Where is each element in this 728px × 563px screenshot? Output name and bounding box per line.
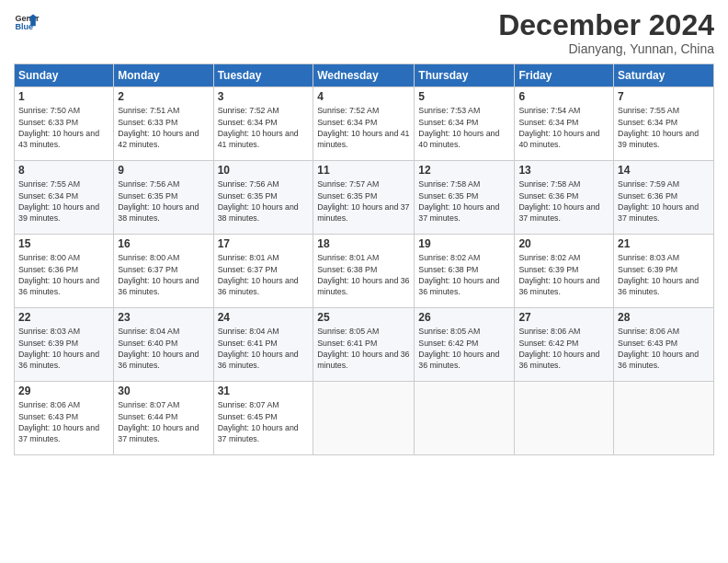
- day-number: 10: [218, 164, 310, 177]
- day-info: Sunrise: 8:07 AMSunset: 6:44 PMDaylight:…: [118, 400, 199, 443]
- day-number: 12: [418, 164, 510, 177]
- table-row: 15 Sunrise: 8:00 AMSunset: 6:36 PMDaylig…: [15, 235, 114, 308]
- day-number: 19: [418, 237, 510, 250]
- col-monday: Monday: [114, 64, 213, 87]
- month-title: December 2024: [498, 9, 714, 41]
- day-info: Sunrise: 8:04 AMSunset: 6:41 PMDaylight:…: [218, 327, 299, 370]
- day-number: 30: [118, 385, 209, 397]
- table-row: 22 Sunrise: 8:03 AMSunset: 6:39 PMDaylig…: [15, 308, 114, 382]
- table-row: 9 Sunrise: 7:56 AMSunset: 6:35 PMDayligh…: [114, 161, 213, 235]
- table-row: [313, 382, 415, 455]
- table-row: 26 Sunrise: 8:05 AMSunset: 6:42 PMDaylig…: [415, 308, 515, 382]
- table-row: [614, 382, 714, 455]
- day-info: Sunrise: 7:59 AMSunset: 6:36 PMDaylight:…: [618, 179, 699, 223]
- day-number: 15: [18, 237, 109, 250]
- day-number: 23: [118, 311, 209, 324]
- day-info: Sunrise: 7:53 AMSunset: 6:34 PMDaylight:…: [418, 106, 499, 149]
- table-row: 28 Sunrise: 8:06 AMSunset: 6:43 PMDaylig…: [614, 308, 714, 382]
- table-row: 23 Sunrise: 8:04 AMSunset: 6:40 PMDaylig…: [114, 308, 213, 382]
- day-number: 18: [317, 237, 410, 250]
- table-row: 16 Sunrise: 8:00 AMSunset: 6:37 PMDaylig…: [114, 235, 213, 308]
- col-thursday: Thursday: [415, 64, 515, 87]
- table-row: 7 Sunrise: 7:55 AMSunset: 6:34 PMDayligh…: [614, 87, 714, 161]
- col-friday: Friday: [515, 64, 614, 87]
- day-number: 3: [218, 90, 310, 103]
- day-info: Sunrise: 7:54 AMSunset: 6:34 PMDaylight:…: [518, 106, 599, 149]
- col-tuesday: Tuesday: [213, 64, 313, 87]
- table-row: [415, 382, 515, 455]
- day-number: 25: [317, 311, 410, 324]
- day-number: 1: [18, 90, 109, 103]
- day-info: Sunrise: 8:06 AMSunset: 6:42 PMDaylight:…: [518, 327, 599, 370]
- header: General Blue December 2024 Dianyang, Yun…: [14, 9, 714, 56]
- table-row: 17 Sunrise: 8:01 AMSunset: 6:37 PMDaylig…: [213, 235, 313, 308]
- day-number: 21: [618, 237, 710, 250]
- day-number: 27: [518, 311, 609, 324]
- day-info: Sunrise: 8:01 AMSunset: 6:38 PMDaylight:…: [317, 253, 409, 296]
- day-number: 16: [118, 237, 209, 250]
- day-info: Sunrise: 8:07 AMSunset: 6:45 PMDaylight:…: [218, 400, 299, 443]
- table-row: 2 Sunrise: 7:51 AMSunset: 6:33 PMDayligh…: [114, 87, 213, 161]
- table-row: 18 Sunrise: 8:01 AMSunset: 6:38 PMDaylig…: [313, 235, 415, 308]
- table-row: 11 Sunrise: 7:57 AMSunset: 6:35 PMDaylig…: [313, 161, 415, 235]
- day-info: Sunrise: 7:55 AMSunset: 6:34 PMDaylight:…: [18, 179, 99, 223]
- table-row: 30 Sunrise: 8:07 AMSunset: 6:44 PMDaylig…: [114, 382, 213, 455]
- calendar: Sunday Monday Tuesday Wednesday Thursday…: [14, 63, 714, 455]
- table-row: 12 Sunrise: 7:58 AMSunset: 6:35 PMDaylig…: [415, 161, 515, 235]
- day-info: Sunrise: 8:00 AMSunset: 6:36 PMDaylight:…: [18, 253, 99, 296]
- table-row: 21 Sunrise: 8:03 AMSunset: 6:39 PMDaylig…: [614, 235, 714, 308]
- col-wednesday: Wednesday: [313, 64, 415, 87]
- day-number: 5: [418, 90, 510, 103]
- day-info: Sunrise: 8:01 AMSunset: 6:37 PMDaylight:…: [218, 253, 299, 296]
- day-number: 7: [618, 90, 710, 103]
- day-info: Sunrise: 8:03 AMSunset: 6:39 PMDaylight:…: [18, 327, 99, 370]
- day-number: 22: [18, 311, 109, 324]
- day-number: 31: [218, 385, 310, 397]
- day-info: Sunrise: 8:05 AMSunset: 6:41 PMDaylight:…: [317, 327, 409, 370]
- day-number: 6: [518, 90, 609, 103]
- table-row: 10 Sunrise: 7:56 AMSunset: 6:35 PMDaylig…: [213, 161, 313, 235]
- table-row: 31 Sunrise: 8:07 AMSunset: 6:45 PMDaylig…: [213, 382, 313, 455]
- table-row: 27 Sunrise: 8:06 AMSunset: 6:42 PMDaylig…: [515, 308, 614, 382]
- day-number: 28: [618, 311, 710, 324]
- day-info: Sunrise: 8:04 AMSunset: 6:40 PMDaylight:…: [118, 327, 199, 370]
- table-row: 25 Sunrise: 8:05 AMSunset: 6:41 PMDaylig…: [313, 308, 415, 382]
- col-saturday: Saturday: [614, 64, 714, 87]
- day-info: Sunrise: 7:56 AMSunset: 6:35 PMDaylight:…: [118, 179, 199, 223]
- day-info: Sunrise: 8:02 AMSunset: 6:38 PMDaylight:…: [418, 253, 499, 296]
- col-sunday: Sunday: [15, 64, 114, 87]
- day-info: Sunrise: 7:56 AMSunset: 6:35 PMDaylight:…: [218, 179, 299, 223]
- table-row: 20 Sunrise: 8:02 AMSunset: 6:39 PMDaylig…: [515, 235, 614, 308]
- table-row: 13 Sunrise: 7:58 AMSunset: 6:36 PMDaylig…: [515, 161, 614, 235]
- day-info: Sunrise: 8:03 AMSunset: 6:39 PMDaylight:…: [618, 253, 699, 296]
- logo-icon: General Blue: [14, 9, 40, 35]
- day-number: 26: [418, 311, 510, 324]
- day-number: 29: [18, 385, 109, 397]
- day-number: 24: [218, 311, 310, 324]
- day-number: 11: [317, 164, 410, 177]
- day-info: Sunrise: 7:50 AMSunset: 6:33 PMDaylight:…: [18, 106, 99, 149]
- title-section: December 2024 Dianyang, Yunnan, China: [498, 9, 714, 56]
- table-row: 6 Sunrise: 7:54 AMSunset: 6:34 PMDayligh…: [515, 87, 614, 161]
- day-info: Sunrise: 7:57 AMSunset: 6:35 PMDaylight:…: [317, 179, 409, 223]
- table-row: 24 Sunrise: 8:04 AMSunset: 6:41 PMDaylig…: [213, 308, 313, 382]
- day-info: Sunrise: 8:00 AMSunset: 6:37 PMDaylight:…: [118, 253, 199, 296]
- day-number: 17: [218, 237, 310, 250]
- day-info: Sunrise: 8:06 AMSunset: 6:43 PMDaylight:…: [18, 400, 99, 443]
- day-info: Sunrise: 8:05 AMSunset: 6:42 PMDaylight:…: [418, 327, 499, 370]
- day-number: 2: [118, 90, 209, 103]
- day-info: Sunrise: 7:58 AMSunset: 6:35 PMDaylight:…: [418, 179, 499, 223]
- day-info: Sunrise: 7:51 AMSunset: 6:33 PMDaylight:…: [118, 106, 199, 149]
- day-info: Sunrise: 7:52 AMSunset: 6:34 PMDaylight:…: [218, 106, 299, 149]
- day-number: 13: [518, 164, 609, 177]
- svg-text:Blue: Blue: [15, 22, 33, 31]
- day-number: 4: [317, 90, 410, 103]
- table-row: 4 Sunrise: 7:52 AMSunset: 6:34 PMDayligh…: [313, 87, 415, 161]
- day-info: Sunrise: 7:55 AMSunset: 6:34 PMDaylight:…: [618, 106, 699, 149]
- day-info: Sunrise: 8:02 AMSunset: 6:39 PMDaylight:…: [518, 253, 599, 296]
- table-row: 1 Sunrise: 7:50 AMSunset: 6:33 PMDayligh…: [15, 87, 114, 161]
- table-row: 19 Sunrise: 8:02 AMSunset: 6:38 PMDaylig…: [415, 235, 515, 308]
- table-row: 8 Sunrise: 7:55 AMSunset: 6:34 PMDayligh…: [15, 161, 114, 235]
- day-number: 14: [618, 164, 710, 177]
- day-number: 9: [118, 164, 209, 177]
